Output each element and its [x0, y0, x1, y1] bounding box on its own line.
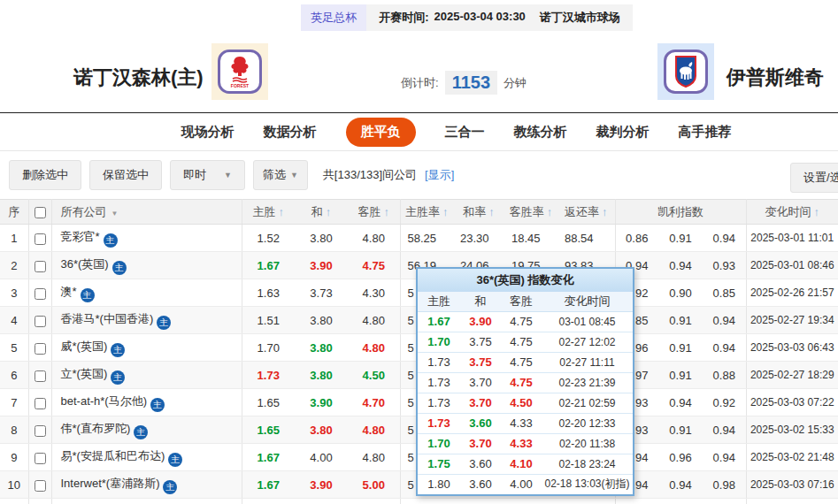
header-draw-rate[interactable]: 和率↑ — [453, 200, 504, 225]
countdown-label: 倒计时: — [401, 75, 439, 91]
keep-selected-button[interactable]: 保留选中 — [89, 160, 162, 190]
row-checkbox[interactable] — [35, 425, 46, 437]
tab-1[interactable]: 现场分析 — [181, 124, 234, 141]
match-info-bar: 英足总杯 开赛时间: 2025-03-04 03:30 诺丁汉城市球场 — [0, 0, 838, 35]
tab-5[interactable]: 教练分析 — [514, 124, 567, 141]
home-odds: 1.67 — [242, 471, 295, 499]
company-cell[interactable]: 威*(英国)主 — [51, 334, 242, 362]
kelly-away: 0.85 — [703, 279, 746, 307]
kelly-away: 0.88 — [703, 362, 746, 389]
tab-4[interactable]: 三合一 — [445, 124, 485, 141]
header-change-time[interactable]: 变化时间↑ — [746, 200, 838, 225]
company-cell[interactable]: 易*(安提瓜和巴布达)主 — [51, 444, 242, 471]
time-mode-select[interactable]: 即时 ▼ — [170, 160, 245, 190]
row-checkbox[interactable] — [35, 453, 46, 464]
row-seq: 3 — [0, 279, 28, 307]
row-checkbox[interactable] — [35, 370, 46, 382]
away-odds: 4.80 — [348, 334, 400, 362]
row-seq: 6 — [0, 362, 28, 389]
popup-odds-away: 4.33 — [501, 413, 542, 433]
popup-odds-draw: 3.60 — [460, 474, 501, 494]
tab-3[interactable]: 胜平负 — [346, 118, 416, 147]
popup-odds-home: 1.70 — [418, 433, 460, 454]
kelly-draw: 0.94 — [658, 471, 703, 499]
away-team-name: 伊普斯维奇 — [727, 65, 824, 91]
row-checkbox[interactable] — [35, 233, 46, 245]
row-checkbox[interactable] — [35, 316, 46, 327]
popup-odds-draw: 3.60 — [460, 413, 501, 433]
league-badge[interactable]: 英足总杯 — [301, 4, 366, 31]
popup-header-1: 主胜 — [418, 292, 460, 311]
away-odds: 4.70 — [348, 389, 400, 416]
tab-2[interactable]: 数据分析 — [264, 124, 317, 141]
home-odds: 1.67 — [242, 444, 295, 471]
row-checkbox[interactable] — [35, 398, 46, 409]
popup-odds-home: 1.73 — [418, 413, 460, 433]
company-name: 威*(英国) — [61, 340, 108, 353]
kelly-away: 0.94 — [703, 444, 746, 471]
header-away-odds[interactable]: 客胜↑ — [348, 200, 400, 225]
away-team-logo — [657, 43, 714, 100]
header-home-odds[interactable]: 主胜↑ — [242, 200, 295, 225]
header-company[interactable]: 所有公司▼ — [51, 200, 242, 225]
change-time: 2025-03-02 15:33 — [746, 416, 838, 444]
header-select-all — [28, 200, 51, 225]
show-link[interactable]: [显示] — [425, 167, 454, 183]
company-cell[interactable]: 立*(英国)主 — [51, 362, 242, 389]
away-odds: 5.00 — [348, 471, 400, 499]
row-checkbox[interactable] — [35, 343, 46, 355]
kelly-away: 0.94 — [703, 225, 746, 252]
draw-rate: 23.30 — [453, 225, 504, 252]
popup-odds-home: 1.73 — [418, 352, 460, 372]
tab-7[interactable]: 高手推荐 — [679, 124, 732, 141]
select-all-checkbox[interactable] — [35, 207, 46, 218]
change-time: 2025-02-26 21:57 — [746, 279, 838, 307]
popup-odds-home: 1.73 — [418, 393, 460, 413]
company-cell[interactable]: bet-at-h*(马尔他)主 — [51, 389, 242, 416]
company-name: Interwet*(塞浦路斯) — [61, 477, 160, 490]
away-odds: 4.30 — [348, 279, 400, 307]
draw-odds: 3.80 — [295, 416, 348, 444]
company-cell[interactable]: 澳*主 — [51, 279, 242, 307]
header-draw-odds[interactable]: 和↑ — [295, 200, 348, 225]
kelly-away: 0.94 — [703, 416, 746, 444]
header-kelly: 凯利指数 — [615, 200, 746, 225]
row-seq: 10 — [0, 471, 28, 499]
company-name: 立*(英国) — [61, 367, 108, 380]
countdown: 倒计时: 1153 分钟 — [401, 71, 527, 95]
header-home-rate[interactable]: 主胜率↑ — [400, 200, 453, 225]
popup-row: 1.673.904.7503-01 08:45 — [418, 311, 633, 332]
delete-selected-button[interactable]: 删除选中 — [9, 160, 81, 190]
row-checkbox[interactable] — [35, 480, 46, 492]
row-seq: 2 — [0, 252, 28, 279]
header-return-rate[interactable]: 返还率↑ — [557, 200, 615, 225]
company-type-icon: 主 — [111, 370, 125, 385]
company-cell[interactable]: 香港马*(中国香港)主 — [51, 307, 242, 334]
draw-odds: 4.00 — [295, 444, 348, 471]
filter-value: 筛选 — [263, 167, 286, 183]
company-name: 36*(英国) — [61, 257, 109, 271]
company-cell[interactable]: 36*(英国)主 — [51, 252, 242, 279]
sort-up-icon: ↑ — [814, 205, 820, 218]
row-checkbox[interactable] — [35, 288, 46, 300]
row-seq: 4 — [0, 307, 28, 334]
company-cell[interactable]: 竞彩官*主 — [51, 225, 242, 252]
draw-odds: 3.73 — [295, 279, 348, 307]
header-away-rate[interactable]: 客胜率↑ — [504, 200, 557, 225]
company-cell[interactable]: 伟*(直布罗陀)主 — [51, 416, 242, 444]
time-mode-value: 即时 — [183, 167, 206, 183]
company-cell[interactable]: Interwet*(塞浦路斯)主 — [51, 471, 242, 499]
popup-odds-home: 1.67 — [418, 311, 460, 332]
popup-odds-draw: 3.70 — [460, 393, 501, 413]
settings-button[interactable]: 设置/选择 — [790, 163, 838, 193]
table-row: 1竞彩官*主1.523.804.8058.2523.3018.4588.540.… — [0, 225, 838, 252]
row-checkbox[interactable] — [35, 261, 46, 272]
row-select-cell — [28, 225, 51, 252]
sort-up-icon: ↑ — [384, 205, 390, 218]
popup-change-time: 02-21 02:59 — [542, 393, 633, 413]
filter-select[interactable]: 筛选 ▼ — [253, 160, 308, 190]
popup-odds-away: 4.10 — [501, 454, 542, 474]
tab-6[interactable]: 裁判分析 — [596, 124, 650, 141]
popup-header-4: 变化时间 — [542, 292, 633, 311]
home-odds: 1.70 — [242, 334, 295, 362]
